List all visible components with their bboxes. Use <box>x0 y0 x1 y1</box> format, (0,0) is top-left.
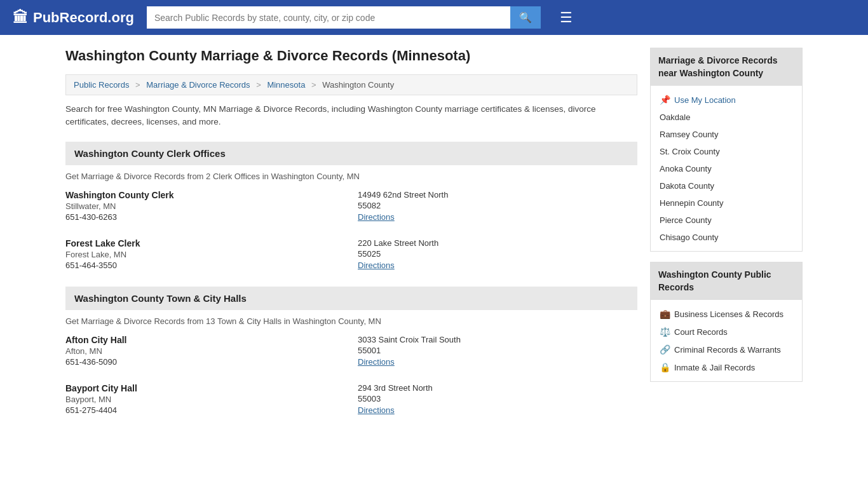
phone-bayport-city-hall: 651-275-4404 <box>65 405 345 415</box>
sidebar-item-pierce-county[interactable]: Pierce County <box>651 212 802 229</box>
breadcrumb-sep-1: > <box>135 80 140 90</box>
city-state-washington-clerk: Stillwater, MN <box>65 201 345 211</box>
public-records-body: 💼 Business Licenses & Records ⚖️ Court R… <box>651 300 802 381</box>
directions-afton-city-hall[interactable]: Directions <box>358 357 395 367</box>
inmate-records-label: Inmate & Jail Records <box>674 363 755 372</box>
chisago-county-label: Chisago County <box>660 233 719 242</box>
site-logo[interactable]: 🏛 PubRecord.org <box>13 9 134 27</box>
zip-forest-lake-clerk: 55025 <box>358 249 637 259</box>
breadcrumb-minnesota[interactable]: Minnesota <box>267 80 305 90</box>
record-entry-washington-clerk: Washington County Clerk Stillwater, MN 6… <box>65 190 637 223</box>
address-washington-clerk: 14949 62nd Street North <box>358 190 637 200</box>
address-forest-lake-clerk: 220 Lake Street North <box>358 238 637 248</box>
nearby-box: Marriage & Divorce Records near Washingt… <box>650 48 803 252</box>
zip-washington-clerk: 55082 <box>358 201 637 210</box>
phone-afton-city-hall: 651-436-5090 <box>65 357 345 367</box>
pierce-county-label: Pierce County <box>660 215 712 225</box>
main-container: Washington County Marriage & Divorce Rec… <box>53 35 815 444</box>
briefcase-icon: 💼 <box>660 309 670 319</box>
office-name-bayport-city-hall: Bayport City Hall <box>65 383 345 393</box>
court-records-label: Court Records <box>674 327 728 337</box>
section-header-clerk: Washington County Clerk Offices <box>65 142 637 165</box>
site-header: 🏛 PubRecord.org 🔍 ☰ <box>0 0 868 35</box>
breadcrumb-sep-3: > <box>311 80 316 90</box>
nearby-header: Marriage & Divorce Records near Washingt… <box>651 48 802 86</box>
dakota-county-label: Dakota County <box>660 181 714 191</box>
clerk-sub-desc: Get Marriage & Divorce Records from 2 Cl… <box>65 172 637 181</box>
scales-icon: ⚖️ <box>660 327 670 337</box>
sidebar-item-chisago-county[interactable]: Chisago County <box>651 229 802 246</box>
sidebar-item-oakdale[interactable]: Oakdale <box>651 109 802 126</box>
record-entry-afton-city-hall: Afton City Hall Afton, MN 651-436-5090 3… <box>65 335 637 368</box>
city-state-forest-lake-clerk: Forest Lake, MN <box>65 250 345 259</box>
directions-washington-clerk[interactable]: Directions <box>358 212 395 222</box>
search-input[interactable] <box>147 6 510 29</box>
sidebar-item-hennepin-county[interactable]: Hennepin County <box>651 194 802 212</box>
logo-text: PubRecord.org <box>33 10 134 26</box>
sidebar-item-dakota-county[interactable]: Dakota County <box>651 177 802 194</box>
st-croix-county-label: St. Croix County <box>660 147 720 156</box>
search-bar: 🔍 <box>147 6 541 29</box>
breadcrumb: Public Records > Marriage & Divorce Reco… <box>65 74 637 95</box>
nearby-body: 📌 Use My Location Oakdale Ramsey County … <box>651 86 802 251</box>
sidebar-item-court-records[interactable]: ⚖️ Court Records <box>651 323 802 341</box>
breadcrumb-washington-county: Washington County <box>322 80 394 90</box>
directions-forest-lake-clerk[interactable]: Directions <box>358 261 395 270</box>
business-licenses-label: Business Licenses & Records <box>674 309 783 319</box>
address-bayport-city-hall: 294 3rd Street North <box>358 383 637 393</box>
search-icon: 🔍 <box>519 12 532 23</box>
sidebar-item-use-my-location[interactable]: 📌 Use My Location <box>651 91 802 109</box>
ramsey-county-label: Ramsey County <box>660 130 718 139</box>
phone-washington-clerk: 651-430-6263 <box>65 212 345 222</box>
public-records-box: Washington County Public Records 💼 Busin… <box>650 262 803 382</box>
chain-icon: 🔗 <box>660 344 670 355</box>
page-title: Washington County Marriage & Divorce Rec… <box>65 48 637 64</box>
page-description: Search for free Washington County, MN Ma… <box>65 103 637 129</box>
city-halls-sub-desc: Get Marriage & Divorce Records from 13 T… <box>65 316 637 326</box>
office-name-afton-city-hall: Afton City Hall <box>65 335 345 345</box>
office-name-forest-lake-clerk: Forest Lake Clerk <box>65 238 345 248</box>
sidebar: Marriage & Divorce Records near Washingt… <box>650 48 803 431</box>
criminal-records-label: Criminal Records & Warrants <box>674 345 781 355</box>
city-state-afton-city-hall: Afton, MN <box>65 346 345 356</box>
breadcrumb-sep-2: > <box>256 80 261 90</box>
anoka-county-label: Anoka County <box>660 164 712 173</box>
sidebar-item-criminal-records[interactable]: 🔗 Criminal Records & Warrants <box>651 341 802 358</box>
record-entry-bayport-city-hall: Bayport City Hall Bayport, MN 651-275-44… <box>65 383 637 416</box>
location-icon: 📌 <box>660 95 670 105</box>
sidebar-item-anoka-county[interactable]: Anoka County <box>651 160 802 177</box>
logo-icon: 🏛 <box>13 9 28 27</box>
office-name-washington-clerk: Washington County Clerk <box>65 190 345 200</box>
city-state-bayport-city-hall: Bayport, MN <box>65 395 345 404</box>
breadcrumb-public-records[interactable]: Public Records <box>74 80 129 90</box>
menu-button[interactable]: ☰ <box>560 10 573 26</box>
oakdale-label: Oakdale <box>660 112 690 122</box>
sidebar-item-inmate-records[interactable]: 🔒 Inmate & Jail Records <box>651 358 802 376</box>
search-button[interactable]: 🔍 <box>510 6 541 29</box>
record-entry-forest-lake-clerk: Forest Lake Clerk Forest Lake, MN 651-46… <box>65 238 637 271</box>
sidebar-item-business-licenses[interactable]: 💼 Business Licenses & Records <box>651 305 802 323</box>
directions-bayport-city-hall[interactable]: Directions <box>358 405 395 415</box>
address-afton-city-hall: 3033 Saint Croix Trail South <box>358 335 637 344</box>
sidebar-item-st-croix-county[interactable]: St. Croix County <box>651 143 802 160</box>
content-area: Washington County Marriage & Divorce Rec… <box>65 48 637 431</box>
phone-forest-lake-clerk: 651-464-3550 <box>65 261 345 270</box>
public-records-header: Washington County Public Records <box>651 262 802 300</box>
lock-icon: 🔒 <box>660 362 670 372</box>
use-my-location-label: Use My Location <box>674 95 736 105</box>
sidebar-item-ramsey-county[interactable]: Ramsey County <box>651 126 802 143</box>
zip-bayport-city-hall: 55003 <box>358 394 637 403</box>
section-header-city-halls: Washington County Town & City Halls <box>65 287 637 310</box>
hennepin-county-label: Hennepin County <box>660 198 723 208</box>
breadcrumb-marriage-divorce[interactable]: Marriage & Divorce Records <box>146 80 250 90</box>
zip-afton-city-hall: 55001 <box>358 346 637 355</box>
